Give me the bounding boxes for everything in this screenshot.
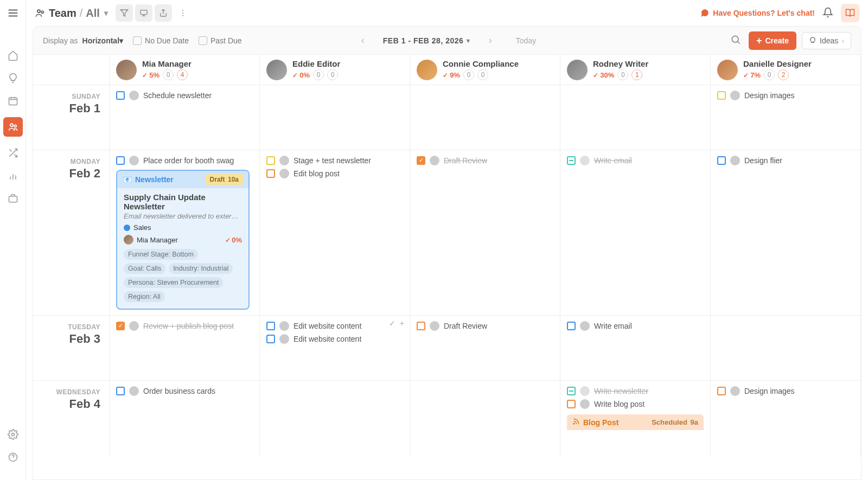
task-checkbox[interactable] <box>266 322 275 330</box>
grid-cell[interactable] <box>560 85 710 150</box>
task-item[interactable]: Write newsletter <box>567 386 704 396</box>
add-task-icon[interactable]: + <box>400 319 404 328</box>
grid-cell[interactable]: Write email <box>560 150 710 315</box>
grid-cell[interactable]: Stage + test newsletter Edit blog post <box>259 150 410 315</box>
no-due-date-checkbox[interactable]: No Due Date <box>133 36 189 45</box>
task-item[interactable]: Write blog post <box>567 399 704 409</box>
complete-all-icon[interactable]: ✓ <box>389 319 395 328</box>
person-header[interactable]: Mia Manager5%04 <box>109 55 259 85</box>
person-header[interactable]: Eddie Editor0%00 <box>259 55 410 85</box>
grid-cell[interactable]: Design images <box>710 381 861 457</box>
task-checkbox[interactable] <box>567 156 576 165</box>
assignee-avatar <box>580 156 590 165</box>
grid-cell[interactable] <box>710 316 861 380</box>
assets-icon[interactable] <box>7 192 20 205</box>
next-period-button[interactable]: › <box>486 33 495 48</box>
assignee-avatar <box>730 386 740 396</box>
task-checkbox[interactable] <box>717 387 726 395</box>
task-checkbox[interactable] <box>116 322 125 330</box>
person-header[interactable]: Rodney Writer30%01 <box>560 55 710 85</box>
today-button[interactable]: Today <box>516 36 536 45</box>
date-range-picker[interactable]: FEB 1 - FEB 28, 2026▾ <box>383 36 470 45</box>
project-tag: Funnel Stage: Bottom <box>124 249 198 260</box>
grid-cell[interactable]: Write newsletter Write blog post Blog Po… <box>560 381 710 457</box>
grid-cell[interactable] <box>410 381 560 457</box>
grid-cell[interactable]: Draft Review <box>410 150 560 315</box>
search-icon[interactable] <box>728 32 743 49</box>
task-item[interactable]: Place order for booth swag <box>116 156 253 165</box>
docs-icon[interactable] <box>841 4 859 22</box>
bell-icon[interactable] <box>822 7 833 20</box>
task-item[interactable]: Draft Review <box>417 156 553 165</box>
task-checkbox[interactable] <box>116 91 125 100</box>
grid-cell[interactable]: Order business cards <box>109 381 259 457</box>
svg-marker-18 <box>120 10 127 16</box>
task-checkbox[interactable] <box>266 156 275 165</box>
task-item[interactable]: Write email <box>567 156 704 165</box>
task-checkbox[interactable] <box>417 156 425 165</box>
task-item[interactable]: Edit website content <box>266 334 403 344</box>
create-button[interactable]: +Create <box>749 31 796 50</box>
task-item[interactable]: Write email <box>567 321 704 331</box>
task-checkbox[interactable] <box>567 400 576 408</box>
share-icon[interactable] <box>155 4 172 22</box>
calendar-icon[interactable] <box>7 94 20 107</box>
task-item[interactable]: Edit website content <box>266 321 403 331</box>
task-item[interactable]: Review + publish blog post <box>116 321 253 331</box>
team-breadcrumb-icon <box>35 8 46 18</box>
more-icon[interactable] <box>174 4 192 22</box>
grid-cell[interactable] <box>259 381 410 457</box>
person-header[interactable]: Danielle Designer7%02 <box>710 55 861 85</box>
menu-icon[interactable] <box>7 7 20 20</box>
task-checkbox[interactable] <box>266 335 275 343</box>
assignee-avatar <box>129 91 139 100</box>
grid-cell[interactable]: ✓+ Edit website content Edit website con… <box>259 316 410 380</box>
task-item[interactable]: Design images <box>717 386 854 396</box>
display-icon[interactable] <box>135 4 152 22</box>
person-header[interactable]: Connie Compliance9%00 <box>410 55 560 85</box>
task-item[interactable]: Edit blog post <box>266 169 403 178</box>
project-bar[interactable]: Blog Post Scheduled 9a <box>567 414 704 430</box>
task-checkbox[interactable] <box>116 387 125 395</box>
help-icon[interactable] <box>7 451 20 464</box>
breadcrumb[interactable]: Team / All ▾ <box>35 7 108 20</box>
task-checkbox[interactable] <box>717 156 726 165</box>
home-icon[interactable] <box>7 49 20 62</box>
task-checkbox[interactable] <box>116 156 125 165</box>
grid-cell[interactable]: Design images <box>710 85 861 150</box>
grid-cell[interactable]: Place order for booth swag 📧 Newsletter … <box>109 150 259 315</box>
grid-cell[interactable]: Schedule newsletter <box>109 85 259 150</box>
grid-cell[interactable]: Draft Review <box>410 316 560 380</box>
team-icon[interactable] <box>3 117 23 137</box>
grid-cell[interactable]: Design flier <box>710 150 861 315</box>
grid-cell[interactable]: Write email <box>560 316 710 380</box>
task-checkbox[interactable] <box>567 322 576 330</box>
task-item[interactable]: Design flier <box>717 156 854 165</box>
ideas-button[interactable]: Ideas› <box>802 32 851 49</box>
task-checkbox[interactable] <box>266 169 275 178</box>
task-item[interactable]: Schedule newsletter <box>116 91 253 100</box>
settings-icon[interactable] <box>7 428 20 441</box>
grid-cell[interactable] <box>410 85 560 150</box>
task-checkbox[interactable] <box>417 322 425 330</box>
filter-icon[interactable] <box>116 4 133 22</box>
past-due-checkbox[interactable]: Past Due <box>199 36 242 45</box>
newsletter-icon: 📧 <box>123 175 132 184</box>
chevron-down-icon[interactable]: ▾ <box>104 9 108 17</box>
grid-body[interactable]: SUNDAYFeb 1 Schedule newsletter Design i… <box>33 85 861 479</box>
task-item[interactable]: Order business cards <box>116 386 253 396</box>
display-mode-select[interactable]: Horizontal▾ <box>82 36 123 45</box>
shuffle-icon[interactable] <box>7 146 20 159</box>
task-checkbox[interactable] <box>717 91 726 100</box>
task-item[interactable]: Stage + test newsletter <box>266 156 403 165</box>
prev-period-button[interactable]: ‹ <box>358 33 368 48</box>
task-item[interactable]: Design images <box>717 91 854 100</box>
grid-cell[interactable] <box>259 85 410 150</box>
task-item[interactable]: Draft Review <box>417 321 553 331</box>
bulb-icon[interactable] <box>7 72 20 85</box>
project-card[interactable]: 📧 Newsletter Draft 10a Supply Chain Upda… <box>116 170 250 310</box>
chat-link[interactable]: Have Questions? Let's chat! <box>700 8 815 18</box>
grid-cell[interactable]: Review + publish blog post <box>109 316 259 380</box>
analytics-icon[interactable] <box>7 169 20 182</box>
task-checkbox[interactable] <box>567 387 576 395</box>
